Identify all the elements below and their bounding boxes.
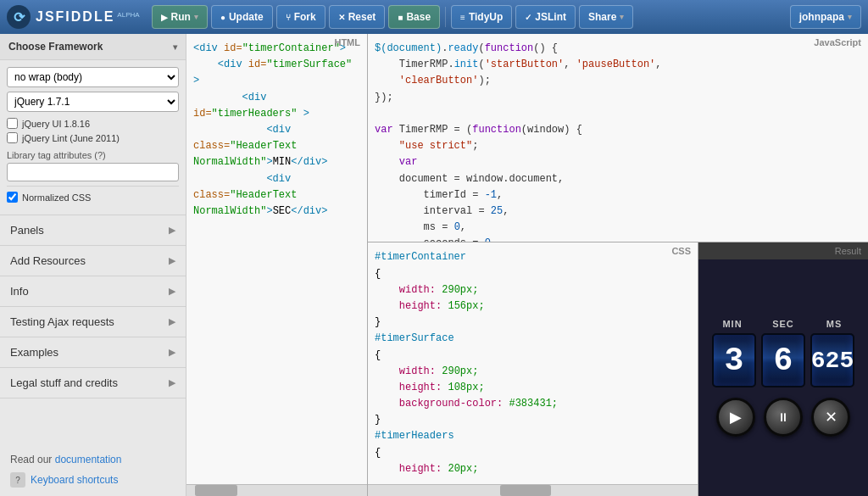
jquery-select[interactable]: jQuery 1.7.1 (7, 92, 179, 112)
right-panels: JavaScript $(document).ready(function() … (368, 34, 868, 496)
css-panel: CSS #timerContainer { width: 290px; heig… (368, 242, 698, 496)
tidyup-button[interactable]: ≡ TidyUp (451, 5, 512, 29)
base-button[interactable]: ■ Base (388, 5, 440, 29)
timer-digit-min: 3 (712, 333, 756, 387)
jslint-icon: ✓ (525, 13, 531, 22)
html-scrollbar[interactable] (186, 484, 367, 496)
update-button[interactable]: ● Update (211, 5, 273, 29)
jqueryui-checkbox-row: jQuery UI 1.8.16 (7, 116, 179, 131)
sidebar-item-legal[interactable]: Legal stuff and credits ▶ (0, 368, 186, 398)
timer-col-sec: SEC (761, 319, 805, 329)
result-label: Result (698, 242, 868, 259)
timer-controls: ▶ ⏸ ✕ (716, 398, 850, 437)
sidebar-item-info[interactable]: Info ▶ (0, 276, 186, 307)
pause-button[interactable]: ⏸ (764, 398, 803, 437)
normalized-css-row: Normalized CSS (7, 186, 179, 208)
nowrap-select[interactable]: no wrap (body) (7, 67, 179, 87)
add-resources-arrow-icon: ▶ (169, 255, 175, 266)
fork-button[interactable]: ⑂ Fork (276, 5, 326, 29)
jquerylint-checkbox[interactable] (7, 132, 18, 143)
css-scroll-thumb (500, 485, 551, 496)
sidebar-footer: Read our documentation ? Keyboard shortc… (0, 445, 186, 496)
reset-button[interactable]: ✕ Reset (329, 5, 386, 29)
run-icon: ▶ (161, 13, 168, 22)
logo-text: JSFIDDLEALPHA (36, 9, 140, 25)
js-panel: JavaScript $(document).ready(function() … (368, 34, 868, 242)
sidebar-item-panels[interactable]: Panels ▶ (0, 215, 186, 246)
normalized-css-checkbox[interactable] (7, 192, 18, 203)
html-code-editor[interactable]: <div id="timerContainer"> <div id="timer… (186, 34, 367, 484)
framework-arrow: ▾ (173, 42, 177, 52)
shortcuts-row[interactable]: ? Keyboard shortcuts (10, 472, 175, 488)
jquerylint-checkbox-row: jQuery Lint (June 2011) (7, 131, 179, 145)
logo-icon: ⟳ (7, 5, 31, 29)
jslint-button[interactable]: ✓ JSLint (515, 5, 576, 29)
testing-arrow-icon: ▶ (169, 316, 175, 327)
base-icon: ■ (398, 13, 403, 22)
timer-digit-ms: 625 (810, 333, 854, 387)
timer-display: MIN SEC MS 3 6 625 (698, 259, 868, 496)
doc-text: Read our documentation (10, 454, 175, 465)
reset-icon: ✕ (338, 13, 345, 22)
sidebar-item-examples[interactable]: Examples ▶ (0, 337, 186, 368)
timer-digits-row: 3 6 625 (712, 333, 854, 387)
info-arrow-icon: ▶ (169, 286, 175, 297)
js-panel-label: JavaScript (814, 37, 861, 47)
examples-arrow-icon: ▶ (169, 347, 175, 358)
stop-button[interactable]: ✕ (811, 398, 850, 437)
doc-link[interactable]: documentation (55, 454, 122, 465)
panels-arrow-icon: ▶ (169, 225, 175, 236)
main-area: Choose Framework ▾ no wrap (body) jQuery… (0, 34, 868, 496)
css-panel-label: CSS (671, 246, 691, 256)
css-scrollbar[interactable] (368, 484, 698, 496)
css-result-row: CSS #timerContainer { width: 290px; heig… (368, 242, 868, 496)
html-scroll-thumb (195, 485, 237, 496)
toolbar-separator (445, 7, 446, 27)
code-panels: HTML <div id="timerContainer"> <div id="… (186, 34, 868, 496)
sidebar: Choose Framework ▾ no wrap (body) jQuery… (0, 34, 186, 496)
framework-body: no wrap (body) jQuery 1.7.1 jQuery UI 1.… (0, 60, 186, 215)
timer-col-min: MIN (710, 319, 754, 329)
play-button[interactable]: ▶ (716, 398, 755, 437)
sidebar-item-testing[interactable]: Testing Ajax requests ▶ (0, 307, 186, 337)
fork-icon: ⑂ (286, 13, 291, 22)
framework-header: Choose Framework ▾ (0, 34, 186, 60)
user-button[interactable]: johnpapa ▾ (790, 5, 861, 29)
lib-tag-input[interactable] (7, 163, 179, 181)
shortcuts-icon: ? (10, 472, 25, 488)
js-code-editor[interactable]: $(document).ready(function() { TimerRMP.… (368, 34, 868, 242)
html-panel: HTML <div id="timerContainer"> <div id="… (186, 34, 368, 496)
html-panel-label: HTML (334, 37, 360, 47)
update-icon: ● (220, 13, 225, 22)
toolbar: ⟳ JSFIDDLEALPHA ▶ Run ▾ ● Update ⑂ Fork … (0, 0, 868, 34)
timer-header-row: MIN SEC MS (710, 319, 856, 329)
code-area: HTML <div id="timerContainer"> <div id="… (186, 34, 868, 496)
sidebar-item-add-resources[interactable]: Add Resources ▶ (0, 246, 186, 276)
timer-col-ms: MS (812, 319, 856, 329)
tidyup-icon: ≡ (460, 13, 465, 22)
css-code-editor[interactable]: #timerContainer { width: 290px; height: … (368, 242, 698, 484)
lib-tag-label: Library tag attributes (?) (7, 145, 179, 163)
logo-area: ⟳ JSFIDDLEALPHA (7, 5, 140, 29)
run-button[interactable]: ▶ Run ▾ (152, 5, 208, 29)
result-panel: Result MIN SEC MS 3 6 (698, 242, 868, 496)
share-button[interactable]: Share ▾ (579, 5, 633, 29)
legal-arrow-icon: ▶ (169, 377, 175, 388)
jqueryui-checkbox[interactable] (7, 118, 18, 129)
timer-digit-sec: 6 (761, 333, 805, 387)
